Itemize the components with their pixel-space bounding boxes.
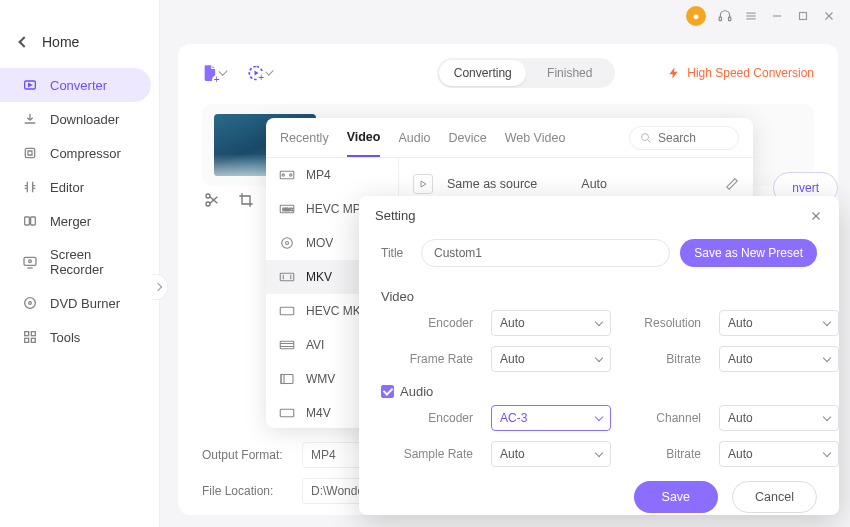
svg-rect-18 <box>25 332 29 336</box>
sidebar-item-label: Tools <box>50 330 80 345</box>
svg-point-23 <box>206 194 210 198</box>
fp-tab-web-video[interactable]: Web Video <box>505 120 566 156</box>
format-search-input[interactable] <box>658 131 728 145</box>
add-file-button[interactable]: + <box>202 61 226 85</box>
fp-tab-audio[interactable]: Audio <box>398 120 430 156</box>
tab-finished[interactable]: Finished <box>526 60 613 86</box>
format-icon <box>278 372 296 386</box>
cancel-button[interactable]: Cancel <box>732 481 817 513</box>
minimize-button[interactable] <box>770 9 784 23</box>
format-search[interactable] <box>629 126 739 150</box>
chevron-left-icon <box>18 36 29 47</box>
sidebar: Home Converter Downloader Compressor Edi… <box>0 0 160 527</box>
svg-rect-20 <box>25 338 29 342</box>
sidebar-item-editor[interactable]: Editor <box>0 170 151 204</box>
svg-point-15 <box>29 260 32 263</box>
preset-settings-icon[interactable] <box>725 177 739 191</box>
video-encoder-select[interactable]: Auto <box>491 310 611 336</box>
setting-panel: Setting Title Save as New Preset Video E… <box>359 196 839 515</box>
preset-title-input[interactable] <box>421 239 670 267</box>
sidebar-item-downloader[interactable]: Downloader <box>0 102 151 136</box>
svg-rect-34 <box>280 307 294 315</box>
tools-icon <box>22 329 38 345</box>
audio-samplerate-select[interactable]: Auto <box>491 441 611 467</box>
audio-encoder-select[interactable]: AC-3 <box>491 405 611 431</box>
sidebar-item-label: Downloader <box>50 112 119 127</box>
sidebar-item-dvd-burner[interactable]: DVD Burner <box>0 286 151 320</box>
svg-rect-33 <box>280 273 294 281</box>
chevron-down-icon <box>265 67 274 76</box>
crop-icon[interactable] <box>238 192 254 208</box>
svg-rect-14 <box>24 257 36 265</box>
back-home[interactable]: Home <box>0 24 159 68</box>
format-icon <box>278 406 296 420</box>
preset-label: Same as source <box>447 177 537 191</box>
video-bitrate-select[interactable]: Auto <box>719 346 839 372</box>
maximize-button[interactable] <box>796 9 810 23</box>
audio-channel-select[interactable]: Auto <box>719 405 839 431</box>
sidebar-item-converter[interactable]: Converter <box>0 68 151 102</box>
svg-point-25 <box>642 133 649 140</box>
avatar[interactable]: ● <box>686 6 706 26</box>
close-icon[interactable] <box>809 209 823 223</box>
tab-converting[interactable]: Converting <box>439 60 526 86</box>
preset-title-label: Title <box>381 246 411 260</box>
svg-marker-39 <box>421 181 426 187</box>
sidebar-item-tools[interactable]: Tools <box>0 320 151 354</box>
format-icon: HEVC <box>278 202 296 216</box>
format-icon <box>278 338 296 352</box>
svg-rect-35 <box>280 341 294 349</box>
svg-rect-37 <box>281 375 284 384</box>
bitrate-label: Bitrate <box>629 352 701 366</box>
fp-tab-recently[interactable]: Recently <box>280 120 329 156</box>
svg-point-24 <box>206 202 210 206</box>
svg-rect-36 <box>281 375 293 384</box>
support-icon[interactable] <box>718 9 732 23</box>
save-preset-button[interactable]: Save as New Preset <box>680 239 817 267</box>
sidebar-item-compressor[interactable]: Compressor <box>0 136 151 170</box>
save-button[interactable]: Save <box>634 481 719 513</box>
plus-icon: + <box>258 73 265 83</box>
svg-rect-38 <box>280 409 294 417</box>
channel-label: Channel <box>629 411 701 425</box>
high-speed-badge[interactable]: High Speed Conversion <box>667 66 814 80</box>
frame-rate-label: Frame Rate <box>397 352 473 366</box>
svg-rect-13 <box>31 217 36 225</box>
sidebar-item-label: Compressor <box>50 146 121 161</box>
sidebar-item-label: Converter <box>50 78 107 93</box>
compressor-icon <box>22 145 38 161</box>
audio-checkbox[interactable] <box>381 385 394 398</box>
menu-icon[interactable] <box>744 9 758 23</box>
trim-icon[interactable] <box>204 192 220 208</box>
fp-tab-device[interactable]: Device <box>448 120 486 156</box>
video-resolution-select[interactable]: Auto <box>719 310 839 336</box>
sidebar-collapse-handle[interactable] <box>152 274 168 300</box>
close-button[interactable] <box>822 9 836 23</box>
svg-rect-19 <box>31 332 35 336</box>
merger-icon <box>22 213 38 229</box>
editor-icon <box>22 179 38 195</box>
svg-rect-21 <box>31 338 35 342</box>
resolution-label: Resolution <box>629 316 701 330</box>
sidebar-item-screen-recorder[interactable]: Screen Recorder <box>0 238 151 286</box>
format-icon <box>278 304 296 318</box>
add-from-device-button[interactable]: + <box>248 61 272 85</box>
fp-tab-video[interactable]: Video <box>347 119 381 157</box>
format-icon <box>278 236 296 250</box>
format-item-mp4[interactable]: MP4 <box>266 158 398 192</box>
bitrate-label: Bitrate <box>629 447 701 461</box>
converter-icon <box>22 77 38 93</box>
format-icon <box>278 168 296 182</box>
audio-section-header: Audio <box>400 384 433 399</box>
svg-point-27 <box>282 174 284 176</box>
video-framerate-select[interactable]: Auto <box>491 346 611 372</box>
sidebar-item-merger[interactable]: Merger <box>0 204 151 238</box>
audio-bitrate-select[interactable]: Auto <box>719 441 839 467</box>
format-icon <box>278 270 296 284</box>
sidebar-item-label: Screen Recorder <box>50 247 135 277</box>
dvd-icon <box>22 295 38 311</box>
home-label: Home <box>42 34 79 50</box>
preset-resolution: Auto <box>581 177 607 191</box>
plus-icon: + <box>212 75 222 85</box>
svg-rect-0 <box>719 17 721 21</box>
